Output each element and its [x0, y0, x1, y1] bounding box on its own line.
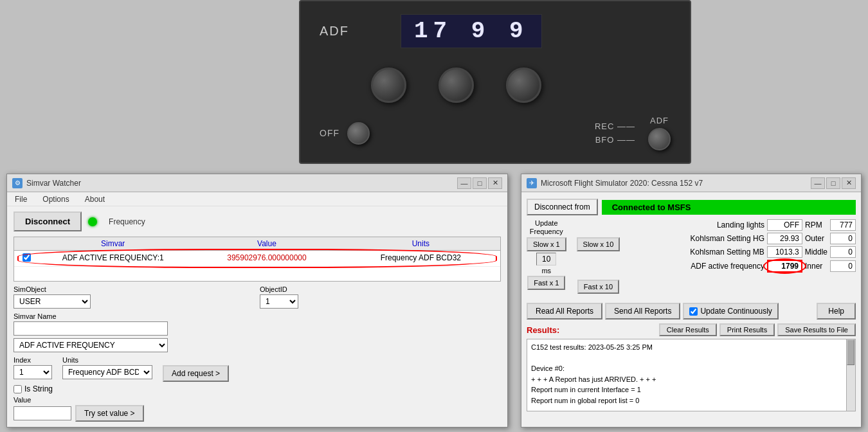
objectid-group: ObjectID 1: [260, 285, 501, 309]
msfs-window-title: Microsoft Flight Simulator 2020: Cessna …: [541, 179, 703, 188]
landing-lights-value: OFF: [767, 219, 802, 231]
right-readings: Landing lights OFF RPM 777 Kohlsman Sett…: [635, 219, 856, 274]
fast-x10-btn[interactable]: Fast x 10: [577, 280, 619, 294]
ms-label: ms: [541, 267, 551, 274]
simvar-table: Simvar Value Units ADF ACTIVE FREQUENCY:…: [14, 237, 501, 282]
update-continuously-check[interactable]: [689, 307, 698, 316]
units-group: Units Frequency ADF BCD32: [62, 356, 152, 379]
clear-results-btn[interactable]: Clear Results: [659, 323, 717, 336]
adf-knob-3[interactable]: [506, 68, 541, 103]
kohlsman-hg-row: Kohlsman Setting HG 29.93 Outer 0: [635, 233, 856, 244]
msfs-close-btn[interactable]: ✕: [842, 177, 856, 189]
disconnect-from-btn[interactable]: Disconnect from: [527, 199, 598, 215]
update-frequency-col2: UpdateFrequency Slow x 10 Fast x 10: [577, 219, 620, 294]
inner-value: 0: [830, 260, 856, 272]
adf-knob-1[interactable]: [371, 68, 406, 103]
menu-about[interactable]: About: [82, 194, 107, 204]
simvar-titlebar: ⚙ Simvar Watcher — □ ✕: [7, 174, 507, 192]
adf-mode-knob[interactable]: [648, 128, 671, 150]
landing-lights-label: Landing lights: [635, 221, 764, 230]
fast-x1-btn[interactable]: Fast x 1: [527, 276, 565, 290]
save-results-btn[interactable]: Save Results to File: [777, 323, 856, 336]
simvar-top-controls: Disconnect Frequency: [14, 212, 501, 231]
adf-freq-value: 1799: [767, 260, 802, 273]
objectid-select[interactable]: 1: [260, 294, 298, 309]
simvar-menubar: File Options About: [7, 192, 507, 206]
col-header-units: Units: [344, 239, 498, 248]
is-string-checkbox[interactable]: [14, 385, 22, 393]
connected-status: Connected to MSFS: [602, 200, 856, 215]
simvar-close-btn[interactable]: ✕: [488, 177, 502, 189]
simvar-name-input[interactable]: adf: [14, 321, 168, 336]
update-continuously-btn[interactable]: Update Continuously: [683, 303, 778, 320]
connection-indicator: [88, 217, 97, 226]
middle-value: 0: [830, 246, 856, 258]
simobject-group: SimObject USER: [14, 285, 255, 309]
value-input[interactable]: [14, 406, 71, 420]
msfs-window-buttons: — □ ✕: [811, 177, 856, 189]
kohlsman-mb-row: Kohlsman Setting MB 1013.3 Middle 0: [635, 246, 856, 258]
slow-x10-btn[interactable]: Slow x 10: [577, 237, 620, 251]
adf-small-knob[interactable]: [347, 122, 370, 145]
row-units-cell: Frequency ADF BCD32: [344, 253, 498, 264]
slow-x1-btn[interactable]: Slow x 1: [527, 237, 566, 251]
kohlsman-hg-label: Kohlsman Setting HG: [635, 234, 764, 243]
results-header: Results: Clear Results Print Results Sav…: [527, 323, 856, 336]
value-label: Value: [14, 396, 501, 404]
print-results-btn[interactable]: Print Results: [719, 323, 775, 336]
adf-bottom-row: OFF REC —— BFO —— ADF: [320, 116, 671, 150]
menu-file[interactable]: File: [12, 194, 30, 204]
row-check-input[interactable]: [23, 253, 31, 262]
simvar-watcher-window: ⚙ Simvar Watcher — □ ✕ File Options Abou…: [6, 174, 508, 428]
results-scrollbar-thumb[interactable]: [847, 339, 854, 365]
objectid-label: ObjectID: [260, 285, 501, 293]
send-all-btn[interactable]: Send All Reports: [605, 303, 680, 320]
kohlsman-mb-value: 1013.3: [767, 246, 802, 258]
value-section: Value Try set value >: [14, 396, 501, 422]
index-label: Index: [14, 356, 52, 364]
msfs-action-buttons: Read All Reports Send All Reports Update…: [527, 303, 856, 320]
adf-knobs-row: [371, 68, 541, 103]
rpm-label: RPM: [805, 221, 827, 230]
add-request-btn[interactable]: Add request >: [163, 365, 229, 382]
results-scrollbar[interactable]: [846, 339, 855, 411]
simvar-dropdown[interactable]: ADF ACTIVE FREQUENCY: [14, 338, 168, 352]
read-all-btn[interactable]: Read All Reports: [527, 303, 602, 320]
result-line: [531, 353, 851, 364]
simvar-window-title: Simvar Watcher: [26, 179, 81, 188]
simvar-table-header: Simvar Value Units: [14, 237, 500, 251]
units-label: Units: [62, 356, 152, 364]
simobject-select[interactable]: USER: [14, 294, 91, 309]
simvar-table-row[interactable]: ADF ACTIVE FREQUENCY:1 395902976.0000000…: [14, 251, 500, 267]
col-header-simvar: Simvar: [36, 239, 190, 248]
menu-options[interactable]: Options: [40, 194, 71, 204]
update-frequency-col: UpdateFrequency Slow x 1 10 ms Fast x 1: [527, 219, 566, 290]
kohlsman-hg-value: 29.93: [767, 233, 802, 244]
msfs-maximize-btn[interactable]: □: [826, 177, 840, 189]
simvar-content: Disconnect Frequency Simvar Value Units …: [7, 206, 507, 427]
results-section: Results: Clear Results Print Results Sav…: [527, 323, 856, 411]
simvar-name-group: Simvar Name adf: [14, 312, 501, 336]
msfs-center-controls: UpdateFrequency Slow x 1 10 ms Fast x 1 …: [527, 219, 856, 294]
outer-label: Outer: [805, 234, 827, 243]
index-group: Index 1: [14, 356, 52, 379]
adf-freq-row: ADF active frequency 1799 Inner 0: [635, 260, 856, 273]
units-select[interactable]: Frequency ADF BCD32: [62, 365, 152, 379]
index-select[interactable]: 1: [14, 365, 52, 379]
msfs-window: ✈ Microsoft Flight Simulator 2020: Cessn…: [521, 174, 862, 428]
result-line: C152 test results: 2023-05-25 3:25 PM: [531, 342, 851, 353]
simvar-minimize-btn[interactable]: —: [457, 177, 471, 189]
simvar-maximize-btn[interactable]: □: [473, 177, 487, 189]
ms-display: 10: [536, 253, 556, 266]
try-set-btn[interactable]: Try set value >: [75, 405, 144, 422]
simvar-window-icon: ⚙: [12, 178, 23, 188]
results-buttons: Clear Results Print Results Save Results…: [659, 323, 856, 336]
simvar-disconnect-btn[interactable]: Disconnect: [14, 212, 82, 231]
adf-knob-2[interactable]: [439, 68, 474, 103]
msfs-minimize-btn[interactable]: —: [811, 177, 825, 189]
col-header-check: [17, 239, 36, 248]
update-freq-label: UpdateFrequency: [530, 219, 563, 236]
result-line: Device #0:: [531, 363, 851, 374]
help-btn[interactable]: Help: [817, 303, 856, 320]
msfs-content: Disconnect from Connected to MSFS Update…: [521, 195, 861, 415]
